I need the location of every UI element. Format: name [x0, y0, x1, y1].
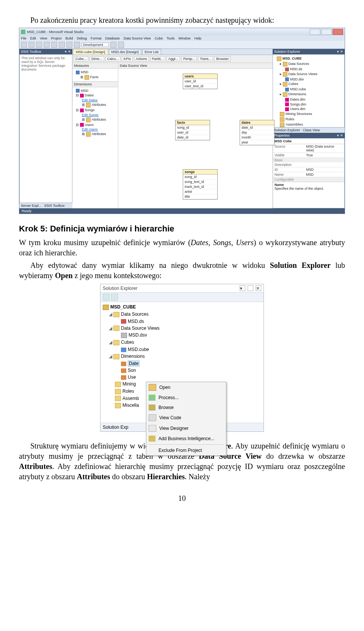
vs-screenshot: MSD_CUBE - Microsoft Visual Studio FileE…: [19, 28, 345, 214]
status-bar: Ready: [19, 208, 345, 214]
pin-icon[interactable]: [248, 285, 253, 291]
solution-explorer-title: Solution Explorer▾ ✕: [273, 49, 345, 54]
window-title: MSD_CUBE - Microsoft Visual Studio: [27, 30, 83, 34]
solution-tree[interactable]: MSD_CUBE ◢Data Sources MSD.ds ◢Data Sour…: [100, 302, 264, 423]
process-icon: [149, 395, 155, 401]
ctx-view-code[interactable]: View Code: [146, 412, 226, 423]
edit-songs-link[interactable]: Edit Songs: [82, 113, 99, 117]
dimensions-header: Dimensions: [72, 81, 118, 87]
main-toolbar[interactable]: Development: [19, 41, 345, 49]
minimize-button[interactable]: [310, 29, 320, 35]
vs-titlebar: MSD_CUBE - Microsoft Visual Studio: [19, 28, 345, 36]
solution-explorer-screenshot: Solution Explorer▾✕ MSD_CUBE ◢Data Sourc…: [100, 284, 264, 432]
dsv-table-dates[interactable]: dates date_id day month year: [240, 120, 275, 145]
edit-dates-link[interactable]: Edit Dates: [82, 98, 98, 102]
step5-paragraph-2: Aby edytować dany wymiar klikamy na nieg…: [19, 260, 345, 281]
app-icon: [21, 30, 25, 34]
ssis-toolbox-body: This tool window can only be used by a S…: [19, 54, 72, 203]
dropdown-icon[interactable]: ▾: [240, 285, 245, 291]
tab-dsv-design[interactable]: MSD.dsv [Design]: [109, 49, 141, 55]
context-menu[interactable]: Open Process... Browse View Code View De…: [146, 382, 226, 456]
dsv-table-users[interactable]: users user_id user_text_id: [183, 74, 218, 89]
config-dropdown[interactable]: Development: [82, 42, 109, 47]
close-button[interactable]: [333, 29, 343, 35]
selected-dimension[interactable]: Date: [100, 360, 264, 367]
ctx-exclude[interactable]: Exclude From Project: [146, 445, 226, 455]
right-bottom-tabs[interactable]: Solution Explorer Class View: [273, 127, 345, 133]
document-tabs[interactable]: MSD.cube [Design] MSD.dsv [Design] Error…: [72, 49, 273, 55]
properties-body[interactable]: MSD Cube SourceMSD (Data source view) Vi…: [273, 138, 345, 208]
step5-heading: Krok 5: Definicja wymiarów i hierarchie: [19, 224, 345, 234]
properties-title: Properties▾ ✕: [273, 133, 345, 138]
measures-header: Measures: [72, 63, 118, 69]
ctx-browse[interactable]: Browse: [146, 403, 226, 412]
close-icon[interactable]: ✕: [256, 285, 261, 291]
left-bottom-tabs[interactable]: Server Expl... SSIS Toolbox: [19, 203, 72, 208]
ctx-open[interactable]: Open: [146, 382, 226, 393]
dsv-header: Data Source View: [118, 63, 273, 69]
blank-icon: [149, 447, 155, 453]
panel-toolbar[interactable]: [100, 293, 264, 302]
maximize-button[interactable]: [321, 29, 332, 35]
panel-title: Solution Explorer▾✕: [100, 284, 264, 293]
ctx-process[interactable]: Process...: [146, 393, 226, 403]
dsv-table-facts[interactable]: facts song_id user_id date_id: [175, 120, 210, 140]
intro-paragraph: Po zakończeniu pracy kreatora kostki pow…: [19, 15, 345, 25]
browse-icon: [149, 404, 155, 411]
edit-users-link[interactable]: Edit Users: [82, 127, 98, 131]
ctx-view-designer[interactable]: View Designer: [146, 423, 226, 434]
view-code-icon: [149, 414, 156, 421]
add-bi-icon: [149, 436, 155, 442]
solution-explorer-body[interactable]: MSD_CUBE ▸ Data Sources MSD.ds ▸ Data So…: [273, 54, 345, 127]
cube-designer-tabs[interactable]: Cube... Dime... Calcu... KPIs Actions Pa…: [72, 55, 273, 63]
ctx-add-bi[interactable]: Add Business Intelligence...: [146, 434, 226, 444]
view-designer-icon: [149, 425, 156, 432]
tab-error-list[interactable]: Error List: [142, 49, 162, 55]
page-number: 10: [19, 493, 345, 504]
main-menubar[interactable]: FileEditViewProjectBuildDebugFormatDatab…: [19, 36, 345, 41]
ssis-toolbox-title: SSIS Toolbox▾ ✕: [19, 49, 72, 54]
dsv-table-songs[interactable]: songs song_id song_text_id track_text_id…: [183, 169, 218, 200]
open-folder-icon: [149, 384, 156, 391]
tab-cube-design[interactable]: MSD.cube [Design]: [73, 49, 108, 55]
step5-paragraph-1: W tym kroku musimy uzupełnić definicje w…: [19, 238, 345, 258]
